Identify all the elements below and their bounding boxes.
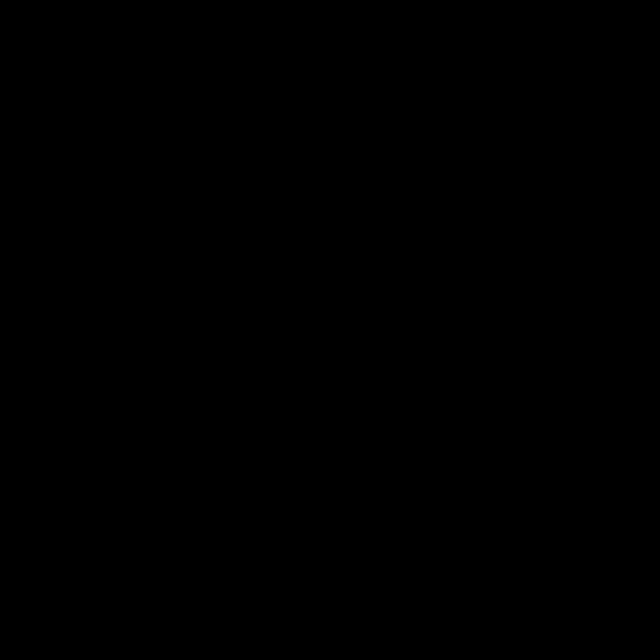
heatmap-canvas bbox=[24, 24, 620, 620]
crosshair-marker bbox=[0, 0, 4, 4]
chart-frame bbox=[0, 0, 644, 644]
crosshair-vertical bbox=[0, 24, 1, 620]
crosshair-horizontal bbox=[24, 0, 620, 1]
